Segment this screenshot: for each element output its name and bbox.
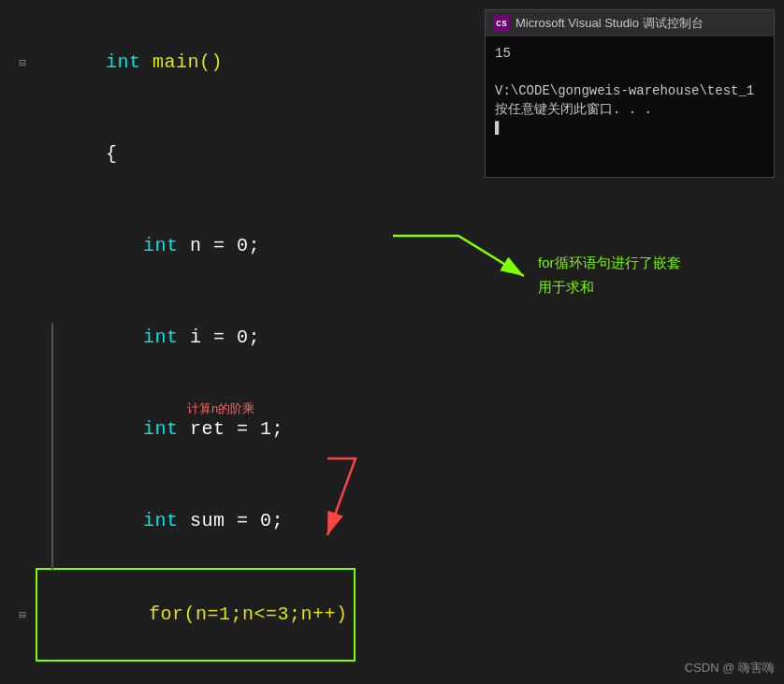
line-1-content: int main() [36,18,223,108]
vs-console-content: 15 V:\CODE\gongweis-warehouse\test_1 按任意… [486,36,774,177]
line-6-content: int sum = 0; [36,476,283,566]
vs-icon: cs [493,15,510,32]
vs-output-prompt: 按任意键关闭此窗口. . . [495,100,764,119]
line-2-content: { [36,109,118,199]
line-7-content: for(n=1;n<=3;n++) [36,568,356,662]
annotation-inner-loop: 计算n的阶乘 [187,400,254,417]
gutter-1: ⊟ [9,56,36,70]
vs-title-text: Microsoft Visual Studio 调试控制台 [515,15,704,32]
guide-line-outer [51,323,53,571]
code-line-7: ⊟ for(n=1;n<=3;n++) [9,567,449,662]
code-line-5: int ret = 1; [9,384,449,475]
annotation-outer-loop-line2: 用于求和 [538,279,594,297]
vs-output-number: 15 [495,44,764,63]
code-line-4: int i = 0; [9,292,449,384]
watermark-text: CSDN @ 嗨害嗨 [685,660,775,677]
line-5-content: int ret = 1; [36,385,283,474]
code-line-2: { [9,109,449,200]
code-line-3: int n = 0; [9,200,449,292]
gutter-7: ⊟ [9,608,36,622]
vs-output-path: V:\CODE\gongweis-warehouse\test_1 [495,81,764,100]
line-8-content: { [36,663,155,684]
vs-title-bar: cs Microsoft Visual Studio 调试控制台 [486,10,774,36]
code-line-6: int sum = 0; [9,475,449,567]
code-editor: ⊟ int main() { int n = 0; int i = 0; int… [0,0,449,684]
vs-output-empty [495,63,764,81]
vs-cursor: ▌ [495,119,764,138]
code-line-1: ⊟ int main() [9,17,449,109]
line-3-content: int n = 0; [36,201,260,291]
code-line-8: { [9,662,449,684]
line-4-content: int i = 0; [36,293,260,383]
vs-console-panel: cs Microsoft Visual Studio 调试控制台 15 V:\C… [485,9,775,178]
annotation-outer-loop-line1: for循环语句进行了嵌套 [538,255,681,272]
